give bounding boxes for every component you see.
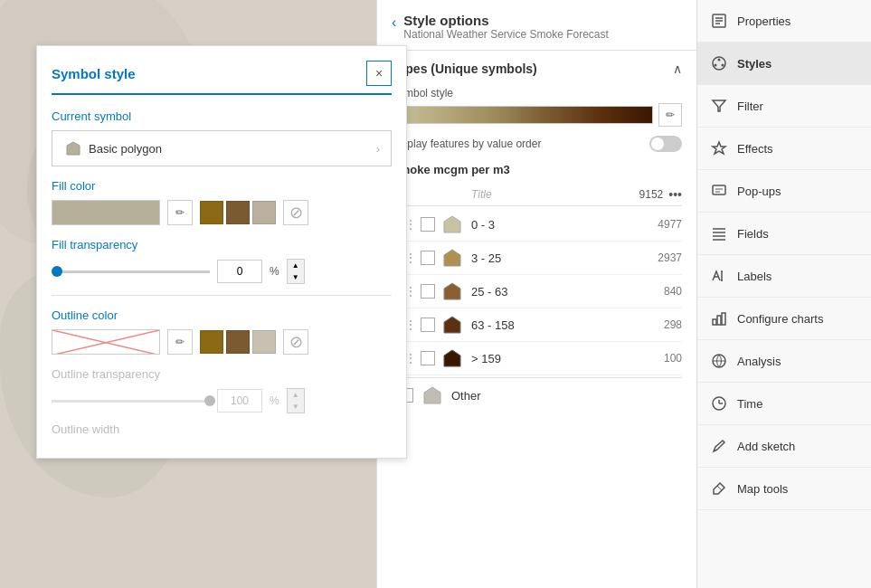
popups-icon [710,182,728,200]
outline-color-row: ✏ ⊘ [52,329,392,355]
symbol-style-section-label: Symbol style [392,87,682,100]
outline-color-edit-button[interactable]: ✏ [167,329,193,355]
current-symbol-label: Current symbol [52,109,392,123]
sidebar-label-charts: Configure charts [737,312,823,326]
row-check-3[interactable] [421,284,435,299]
outline-width-section: Outline width [52,422,392,436]
row-check-4[interactable] [421,318,435,332]
fields-icon [710,224,728,242]
outline-color-label: Outline color [52,308,392,322]
row-check-2[interactable] [421,251,435,265]
row-swatch-4 [440,313,464,337]
row-label-4: 63 - 158 [471,318,646,332]
sidebar-item-analysis[interactable]: Analysis [696,340,871,383]
sidebar-item-properties[interactable]: Properties [696,0,871,43]
sketch-icon [710,437,728,455]
gradient-bar[interactable] [392,106,653,124]
outline-transparency-row: 100 % ▲ ▼ [52,388,392,413]
sidebar-label-popups: Pop-ups [737,185,781,198]
sidebar-label-sketch: Add sketch [737,440,795,453]
fill-swatch-3[interactable] [252,201,276,224]
sidebar-label-maptools: Map tools [737,482,788,496]
properties-icon [710,12,728,30]
other-swatch-polygon [421,384,444,407]
row-swatch-3 [440,280,464,303]
row-swatch-polygon-3 [440,280,464,303]
fill-swatch-1[interactable] [200,201,223,224]
svg-point-15 [722,64,724,67]
fill-swatch-2[interactable] [226,201,250,224]
sidebar-item-filter[interactable]: Filter [696,85,871,128]
other-row: Other [392,377,682,413]
symbol-panel-title: Symbol style [52,66,136,81]
sidebar-label-fields: Fields [737,227,769,241]
style-options-panel: ‹ Style options National Weather Service… [376,0,697,588]
sidebar-item-charts[interactable]: Configure charts [696,298,871,340]
outline-swatch-1[interactable] [200,330,223,354]
row-swatch-1 [440,213,464,236]
th-count: 9152 [639,188,664,201]
row-check-1[interactable] [421,217,435,232]
svg-marker-5 [444,283,460,299]
sidebar-item-popups[interactable]: Pop-ups [696,170,871,213]
outline-swatch-2[interactable] [226,330,250,354]
row-swatch-polygon-2 [440,246,464,270]
svg-marker-0 [67,142,80,155]
back-button[interactable]: ‹ [392,14,396,31]
table-row: ⋮⋮ 25 - 63 840 [392,275,682,308]
svg-marker-4 [444,250,460,266]
fill-transparency-up[interactable]: ▲ [288,260,304,271]
gradient-bar-row: ✏ [392,103,682,127]
fill-no-color-button[interactable]: ⊘ [283,200,308,225]
svg-marker-17 [713,100,725,111]
sidebar-item-maptools[interactable]: Map tools [696,468,871,510]
current-symbol-button[interactable]: Basic polygon › [52,130,392,166]
outline-transparency-pct: % [270,394,279,407]
fill-transparency-section: Fill transparency 0 % ▲ ▼ [52,238,392,284]
th-dots[interactable]: ••• [668,187,682,202]
row-swatch-polygon-1 [440,213,464,236]
display-order-toggle[interactable] [649,136,682,152]
symbol-panel: Symbol style × Current symbol Basic poly… [36,45,407,459]
outline-swatch-3[interactable] [252,330,276,354]
sidebar-item-styles[interactable]: Styles [696,43,871,85]
sidebar-label-effects: Effects [737,142,773,156]
sidebar-item-effects[interactable]: Effects [696,128,871,170]
fill-color-swatch[interactable] [52,200,160,225]
table-row: ⋮⋮ 63 - 158 298 [392,308,682,342]
outline-transparency-label: Outline transparency [52,367,392,381]
sidebar-item-fields[interactable]: Fields [696,213,871,255]
effects-icon [710,139,728,157]
svg-rect-18 [713,185,725,194]
outline-color-swatch[interactable] [52,329,160,355]
outline-no-color-button[interactable]: ⊘ [283,329,308,355]
row-label-3: 25 - 63 [471,285,646,299]
row-check-5[interactable] [421,351,435,365]
sidebar-item-sketch[interactable]: Add sketch [696,425,871,468]
current-symbol-name: Basic polygon [89,142,162,156]
style-options-subtitle: National Weather Service Smoke Forecast [403,28,609,41]
sidebar-label-time: Time [737,397,762,411]
row-swatch-polygon-4 [440,313,464,337]
table-row: ⋮⋮ 0 - 3 4977 [392,208,682,242]
svg-point-14 [718,59,721,62]
row-label-1: 0 - 3 [471,218,646,232]
svg-marker-7 [444,350,460,366]
sidebar-item-labels[interactable]: Labels [696,255,871,298]
fill-color-label: Fill color [52,179,392,193]
row-swatch-polygon-5 [440,346,464,370]
charts-icon [710,309,728,327]
fill-transparency-slider[interactable] [52,262,210,280]
types-collapse-icon[interactable]: ∧ [673,62,682,76]
fill-color-edit-button[interactable]: ✏ [167,200,193,225]
sidebar-item-time[interactable]: Time [696,383,871,425]
gradient-edit-button[interactable]: ✏ [658,103,682,127]
time-icon [710,394,728,413]
fill-transparency-input[interactable]: 0 [217,260,262,283]
outline-color-swatches [200,330,276,354]
fill-transparency-down[interactable]: ▼ [288,271,304,283]
sidebar-label-filter: Filter [737,100,763,113]
symbol-panel-close-button[interactable]: × [366,61,392,86]
svg-marker-8 [424,387,440,403]
fill-color-row: ✏ ⊘ [52,200,392,225]
